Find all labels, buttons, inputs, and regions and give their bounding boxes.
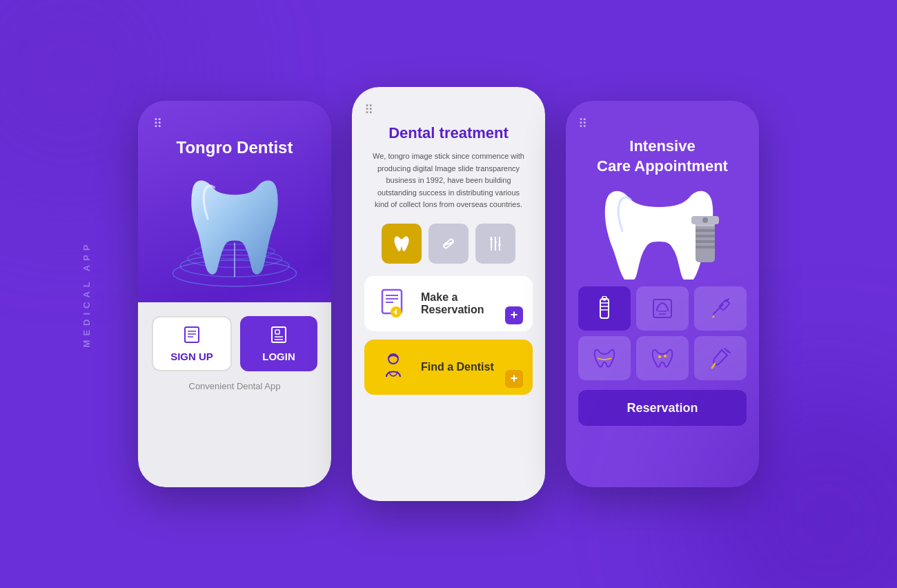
- service-cell-cavity[interactable]: [636, 336, 689, 380]
- svg-rect-33: [696, 246, 715, 248]
- svg-rect-31: [696, 235, 715, 237]
- login-button[interactable]: LOGIN: [240, 316, 317, 371]
- login-label: LOGIN: [262, 351, 295, 362]
- reservation-card-icon: [375, 286, 411, 322]
- bottom-section-1: SIGN UP LOGIN Convenient Dental App: [138, 302, 331, 487]
- dots-icon-3: ⠿: [578, 116, 589, 131]
- phones-container: ⠿ Tongro Dentist: [138, 87, 759, 501]
- signup-button[interactable]: SIGN UP: [152, 316, 232, 371]
- svg-point-47: [664, 355, 667, 357]
- signup-label: SIGN UP: [170, 351, 213, 362]
- svg-rect-30: [696, 229, 715, 232]
- login-icon: [269, 325, 288, 346]
- dots-icon-1: ⠿: [138, 101, 179, 131]
- phone-1: ⠿ Tongro Dentist: [138, 101, 331, 487]
- dentist-card-text: Find a Dentist: [421, 361, 494, 373]
- tagline: Convenient Dental App: [189, 381, 281, 391]
- service-icons-row: [382, 224, 515, 264]
- phone-3: ⠿ Intensive Care Appointment: [566, 101, 759, 487]
- reservation-button[interactable]: Reservation: [578, 390, 747, 426]
- service-cell-clean[interactable]: [578, 336, 631, 380]
- svg-rect-32: [696, 240, 715, 243]
- phone3-title: Intensive Care Appointment: [597, 137, 728, 176]
- tooth-implant-hero: [586, 179, 738, 283]
- svg-rect-11: [275, 330, 279, 334]
- phone2-title: Dental treatment: [388, 124, 509, 142]
- service-cell-implant[interactable]: [578, 286, 631, 331]
- tooth-hero-1: [159, 164, 310, 302]
- svg-rect-6: [185, 327, 199, 342]
- reservation-plus-btn[interactable]: +: [505, 306, 523, 324]
- services-grid: [578, 286, 747, 380]
- service-cell-xray[interactable]: [636, 286, 689, 331]
- reservation-button-label: Reservation: [627, 401, 698, 415]
- phone2-description: We, tongro image stick since commence wi…: [364, 150, 533, 211]
- service-cell-drill[interactable]: [694, 336, 747, 380]
- dentist-plus-btn[interactable]: +: [505, 370, 523, 388]
- vertical-label: MEDICAL APP: [81, 241, 92, 348]
- phone-2: ⠿ Dental treatment We, tongro image stic…: [352, 87, 545, 501]
- service-pill-icon-btn[interactable]: [428, 224, 469, 264]
- service-tools-icon-btn[interactable]: [475, 224, 515, 264]
- reservation-card[interactable]: Make a Reservation +: [364, 276, 533, 331]
- dots-icon-2: ⠿: [364, 102, 375, 117]
- dentist-card-icon: [375, 349, 411, 385]
- svg-rect-36: [600, 299, 609, 318]
- auth-buttons: SIGN UP LOGIN: [152, 316, 317, 371]
- signup-icon: [182, 325, 201, 346]
- svg-rect-41: [653, 300, 671, 317]
- service-cell-injection[interactable]: [694, 286, 747, 331]
- svg-line-49: [712, 364, 715, 368]
- svg-rect-44: [719, 300, 730, 311]
- service-tooth-icon-btn[interactable]: [382, 224, 422, 264]
- dentist-card[interactable]: Find a Dentist +: [364, 340, 533, 395]
- app-title: Tongro Dentist: [177, 138, 293, 157]
- svg-point-35: [702, 217, 708, 223]
- svg-point-46: [658, 355, 661, 358]
